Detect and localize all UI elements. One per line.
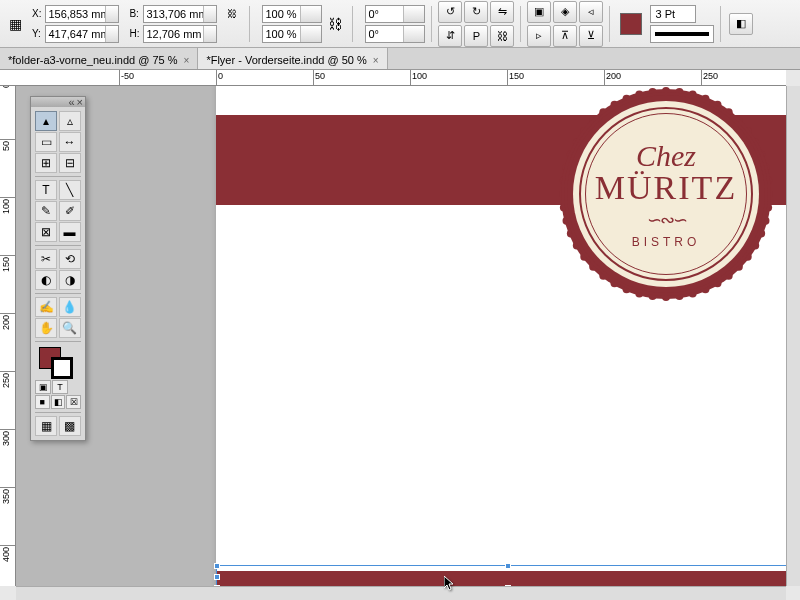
h-label: H: — [129, 28, 139, 39]
select-prev-icon[interactable]: ◃ — [579, 1, 603, 23]
line-tool[interactable]: ╲ — [59, 180, 81, 200]
close-icon[interactable]: × — [373, 55, 379, 66]
apply-gradient-icon[interactable]: ◧ — [51, 395, 66, 409]
page-tool[interactable]: ▭ — [35, 132, 57, 152]
content-placer-tool[interactable]: ⊟ — [59, 153, 81, 173]
logo-badge[interactable]: Chez MÜRITZ ∽∾∽ BISTRO — [561, 89, 771, 299]
collapse-icon[interactable]: « — [68, 96, 74, 108]
panel-header[interactable]: «× — [31, 97, 85, 107]
rotate-cw-icon[interactable]: ↻ — [464, 1, 488, 23]
vertical-ruler[interactable]: 050100150200250300350400 — [0, 86, 16, 586]
fill-color-swatch[interactable] — [620, 13, 642, 35]
select-container-icon[interactable]: ▣ — [527, 1, 551, 23]
rectangle-frame-tool[interactable]: ⊠ — [35, 222, 57, 242]
scale-y-input[interactable]: 100 % — [262, 25, 322, 43]
rotate-ccw-icon[interactable]: ↺ — [438, 1, 462, 23]
select-next-icon[interactable]: ▹ — [527, 25, 551, 47]
formatting-text-icon[interactable]: T — [52, 380, 68, 394]
page: Chez MÜRITZ ∽∾∽ BISTRO — [216, 86, 786, 586]
x-input[interactable]: 156,853 mm — [45, 5, 119, 23]
zoom-tool[interactable]: 🔍 — [59, 318, 81, 338]
hand-tool[interactable]: ✋ — [35, 318, 57, 338]
shear-input[interactable]: 0° — [365, 25, 425, 43]
select-last-icon[interactable]: ⊻ — [579, 25, 603, 47]
apply-color-icon[interactable]: ■ — [35, 395, 50, 409]
reference-point-icon[interactable]: ▦ — [4, 5, 26, 43]
w-label: B: — [129, 8, 139, 19]
gap-tool[interactable]: ↔ — [59, 132, 81, 152]
document-tab-bar: *folder-a3-vorne_neu.indd @ 75 % × *Flye… — [0, 48, 800, 70]
y-input[interactable]: 417,647 mm — [45, 25, 119, 43]
effects-icon[interactable]: ◧ — [729, 13, 753, 35]
height-input[interactable]: 12,706 mm — [143, 25, 217, 43]
document-tab[interactable]: *Flyer - Vorderseite.indd @ 50 % × — [198, 48, 387, 69]
rotate-input[interactable]: 0° — [365, 5, 425, 23]
horizontal-ruler[interactable]: -50050100150200250300 — [0, 70, 786, 86]
x-label: X: — [32, 8, 41, 19]
eyedropper-tool[interactable]: 💧 — [59, 297, 81, 317]
logo-line3: BISTRO — [632, 235, 701, 249]
logo-line1: Chez — [636, 139, 696, 173]
tools-panel[interactable]: «× ▴ ▵ ▭ ↔ ⊞ ⊟ T ╲ ✎ ✐ ⊠ ▬ ✂ ⟲ ◐ ◑ ✍ 💧 ✋… — [30, 96, 86, 441]
constrain-scale-icon[interactable]: ⛓ — [324, 5, 346, 43]
preview-view-icon[interactable]: ▩ — [59, 416, 81, 436]
stroke-proxy[interactable] — [51, 357, 73, 379]
gradient-swatch-tool[interactable]: ◐ — [35, 270, 57, 290]
formatting-container-icon[interactable]: ▣ — [35, 380, 51, 394]
fill-stroke-proxy[interactable] — [35, 345, 81, 379]
stroke-weight-input[interactable]: 3 Pt — [650, 5, 696, 23]
horizontal-scrollbar[interactable] — [16, 586, 786, 600]
vertical-scrollbar[interactable] — [786, 86, 800, 586]
flip-v-icon[interactable]: ⇵ — [438, 25, 462, 47]
chain-icon[interactable]: ⛓ — [490, 25, 514, 47]
canvas[interactable]: Chez MÜRITZ ∽∾∽ BISTRO — [16, 86, 786, 586]
direct-selection-tool[interactable]: ▵ — [59, 111, 81, 131]
stroke-style-select[interactable] — [650, 25, 714, 43]
control-bar: ▦ X: 156,853 mm Y: 417,647 mm B: 313,706… — [0, 0, 800, 48]
close-icon[interactable]: × — [77, 96, 83, 108]
rectangle-tool[interactable]: ▬ — [59, 222, 81, 242]
pencil-tool[interactable]: ✐ — [59, 201, 81, 221]
tab-label: *folder-a3-vorne_neu.indd @ 75 % — [8, 54, 178, 66]
select-first-icon[interactable]: ⊼ — [553, 25, 577, 47]
width-input[interactable]: 313,706 mm — [143, 5, 217, 23]
document-tab[interactable]: *folder-a3-vorne_neu.indd @ 75 % × — [0, 48, 198, 69]
close-icon[interactable]: × — [184, 55, 190, 66]
selection-tool[interactable]: ▴ — [35, 111, 57, 131]
normal-view-icon[interactable]: ▦ — [35, 416, 57, 436]
constrain-wh-icon[interactable]: ⛓ — [221, 8, 243, 19]
y-label: Y: — [32, 28, 41, 39]
content-collector-tool[interactable]: ⊞ — [35, 153, 57, 173]
pen-tool[interactable]: ✎ — [35, 201, 57, 221]
flip-h-icon[interactable]: ⇋ — [490, 1, 514, 23]
tab-label: *Flyer - Vorderseite.indd @ 50 % — [206, 54, 366, 66]
free-transform-tool[interactable]: ⟲ — [59, 249, 81, 269]
type-tool[interactable]: T — [35, 180, 57, 200]
selection-frame[interactable] — [216, 565, 786, 586]
logo-line2: MÜRITZ — [595, 169, 737, 207]
gradient-feather-tool[interactable]: ◑ — [59, 270, 81, 290]
scale-x-input[interactable]: 100 % — [262, 5, 322, 23]
flourish-icon: ∽∾∽ — [647, 209, 686, 231]
p-icon[interactable]: P — [464, 25, 488, 47]
scissors-tool[interactable]: ✂ — [35, 249, 57, 269]
select-content-icon[interactable]: ◈ — [553, 1, 577, 23]
apply-none-icon[interactable]: ☒ — [66, 395, 81, 409]
note-tool[interactable]: ✍ — [35, 297, 57, 317]
